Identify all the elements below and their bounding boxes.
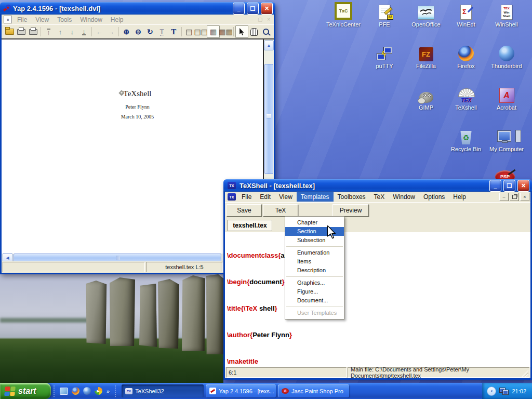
yap-menu-window[interactable]: Window <box>76 16 107 23</box>
menu-item-figure[interactable]: Figure... <box>285 287 344 296</box>
main-file-path: Main file: C:\Documents and Settings\Pet… <box>351 366 529 379</box>
preview-button[interactable]: Preview <box>332 204 369 217</box>
single-page-icon: ▤ <box>185 28 192 35</box>
quick-launch-media-player[interactable]: ▶ <box>93 386 103 396</box>
taskbar-button-yap[interactable]: Yap 2.4.1596 - [texs... <box>206 384 276 397</box>
double-page-view-button[interactable]: ▤▤ <box>195 26 207 37</box>
network-icon[interactable] <box>499 388 509 395</box>
desktop-icon-recycle-bin[interactable]: ♻ Recycle Bin <box>446 126 486 163</box>
desktop-icon-gimp[interactable]: GIMP <box>406 84 446 122</box>
next-page-button[interactable]: ↓ <box>66 26 78 37</box>
acrobat-icon: A <box>499 88 514 103</box>
menu-view[interactable]: View <box>275 192 297 202</box>
menu-item-description[interactable]: Description <box>285 266 344 275</box>
menu-templates[interactable]: Templates <box>297 192 334 202</box>
desktop-icon-my-computer[interactable]: My Computer <box>487 126 526 163</box>
openoffice-icon <box>418 6 434 20</box>
mdi-close-button[interactable]: × <box>520 193 529 201</box>
yap-menu-view[interactable]: View <box>31 16 53 23</box>
mdi-restore-button[interactable] <box>510 193 519 201</box>
last-page-button[interactable]: ↓ <box>78 26 90 37</box>
desktop-icon-putty[interactable]: ϟ puTTY <box>365 43 404 80</box>
start-button[interactable]: start <box>0 383 51 399</box>
menu-window[interactable]: Window <box>389 192 419 202</box>
previous-page-button[interactable]: ↑ <box>55 26 66 37</box>
yap-titlebar[interactable]: Yap 2.4.1596 - [texshell.dvi] _ ❑ ✕ <box>0 2 275 15</box>
yap-maximize-button[interactable]: ❑ <box>247 3 259 15</box>
text-mode-button[interactable]: T <box>168 26 180 37</box>
desktop-icon-filezilla[interactable]: FZ FileZilla <box>406 43 446 80</box>
menu-toolboxes[interactable]: Toolboxes <box>334 192 370 202</box>
menu-help[interactable]: Help <box>449 192 470 202</box>
desktop-icon-winedt[interactable]: Σ WinEdt <box>446 1 486 38</box>
magnifier-tool-button[interactable] <box>260 26 272 37</box>
tex-button[interactable]: TeX <box>263 204 298 217</box>
horizon-trees <box>0 318 91 323</box>
desktop-icon-openoffice[interactable]: OpenOffice <box>406 1 446 38</box>
quick-launch-separator <box>54 385 56 397</box>
desktop-icon-pfe[interactable]: 32 PFE <box>365 1 404 38</box>
print-setup-button[interactable] <box>27 26 39 37</box>
menu-item-enumeration[interactable]: Enumeration <box>285 248 344 257</box>
toolbar-separator <box>91 27 92 36</box>
desktop-icon-thunderbird[interactable]: Thunderbird <box>487 43 526 80</box>
yap-menu-file[interactable]: File <box>13 16 31 23</box>
texshell-maximize-button[interactable]: ❑ <box>503 180 515 192</box>
menu-tex[interactable]: TeX <box>370 192 389 202</box>
desktop-icon-firefox[interactable]: Firefox <box>446 43 486 80</box>
menu-edit[interactable]: Edit <box>256 192 275 202</box>
desktop-icon-texshell[interactable]: TEX TeXshell <box>446 84 486 122</box>
texshell-close-button[interactable]: ✕ <box>517 180 529 192</box>
quick-launch-thunderbird[interactable] <box>82 386 92 396</box>
pfe-icon: 32 <box>379 5 390 20</box>
print-button[interactable] <box>16 26 28 37</box>
show-desktop-button[interactable] <box>59 386 69 396</box>
yap-close-button[interactable]: ✕ <box>261 3 273 15</box>
desktop-icon-winshell[interactable]: TEXWinShell WinShell <box>487 1 526 38</box>
quick-launch-firefox[interactable] <box>70 386 81 396</box>
continuous-double-view-button[interactable]: ▦▦ <box>220 26 232 37</box>
tab-texshell-tex[interactable]: texshell.tex <box>228 220 272 231</box>
pan-tool-button[interactable] <box>248 26 260 37</box>
save-button[interactable]: Save <box>227 204 262 217</box>
mdi-minimize-button[interactable]: – <box>499 193 509 201</box>
menu-file[interactable]: File <box>237 192 256 202</box>
texshell-minimize-button[interactable]: _ <box>489 180 501 192</box>
menu-item-document[interactable]: Document... <box>285 296 344 305</box>
code-editor[interactable]: \documentclass{article} \begin{document}… <box>225 232 530 368</box>
yap-menu-help[interactable]: Help <box>107 16 128 23</box>
menu-options[interactable]: Options <box>419 192 449 202</box>
text-sweep-button[interactable]: T <box>156 26 168 37</box>
texshell-toolbar: Save TeX Preview <box>225 202 530 217</box>
taskbar-button-texshell32[interactable]: TX TeXShell32 <box>122 384 204 397</box>
taskbar-button-paintshoppro[interactable]: 8 Jasc Paint Shop Pro <box>278 384 349 397</box>
stone <box>85 281 107 344</box>
continuous-view-button[interactable]: ▦ <box>207 25 220 38</box>
menu-item-items[interactable]: Items <box>285 257 344 266</box>
vertical-scroll-thumb[interactable] <box>264 64 273 174</box>
desktop-icon-texniccenter[interactable]: TxC TeXnicCenter <box>324 1 363 38</box>
desktop-icon-label: Acrobat <box>487 104 526 111</box>
desktop-icon-label: My Computer <box>487 146 526 152</box>
yap-menu-tools[interactable]: Tools <box>53 16 76 23</box>
first-page-button[interactable]: ↑ <box>43 26 55 37</box>
desktop-icon-acrobat[interactable]: A Acrobat <box>487 84 526 122</box>
open-file-button[interactable] <box>4 26 16 37</box>
stone <box>110 277 135 346</box>
zoom-out-button[interactable]: ⊖ <box>132 26 144 37</box>
scroll-up-button[interactable]: ▲ <box>264 41 274 50</box>
double-page-icon: ▤▤ <box>194 28 208 35</box>
select-tool-button[interactable] <box>235 25 248 38</box>
refresh-button[interactable]: ↻ <box>144 26 156 37</box>
quick-launch-overflow-chevron[interactable]: » <box>107 388 110 394</box>
back-button[interactable]: ← <box>94 26 105 37</box>
forward-button[interactable]: → <box>105 26 117 37</box>
yap-minimize-button[interactable]: _ <box>233 3 245 15</box>
tray-collapse-chevron[interactable]: ‹ <box>487 387 496 396</box>
texshell-titlebar[interactable]: TX TeXShell - [texshell.tex] _ ❑ ✕ <box>223 179 532 192</box>
menu-item-graphics[interactable]: Graphics... <box>285 278 344 287</box>
zoom-in-button[interactable]: ⊕ <box>121 26 132 37</box>
desktop-icon-label: PFE <box>365 21 404 28</box>
single-page-view-button[interactable]: ▤ <box>183 26 195 37</box>
texshell-window: TX TeXShell - [texshell.tex] _ ❑ ✕ TX Fi… <box>223 179 532 380</box>
